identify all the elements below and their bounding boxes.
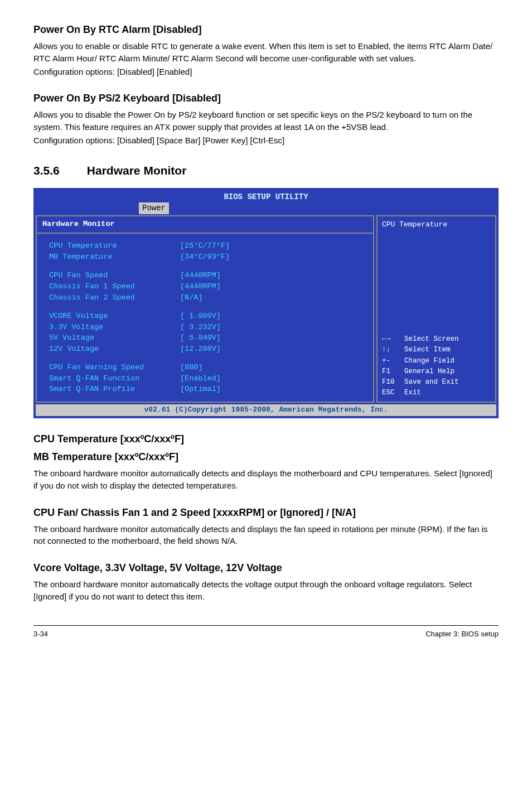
bios-left-panel: Hardware Monitor CPU Temperature[25°C/77… — [36, 215, 374, 403]
para-temp: The onboard hardware monitor automatical… — [33, 467, 499, 492]
bios-setting-value: [ 3.232V] — [180, 322, 221, 333]
heading-mbtemp: MB Temperature [xxxºC/xxxºF] — [33, 450, 499, 464]
bios-help-key: +- — [382, 356, 404, 366]
bios-help-row: Select Screen — [382, 334, 491, 344]
bios-setting-row[interactable]: VCORE Voltage[ 1.080V] — [49, 311, 367, 322]
para-fan: The onboard hardware monitor automatical… — [33, 523, 499, 548]
bios-help-key: F1 — [382, 366, 404, 376]
bios-setting-label: 3.3V Voltage — [49, 322, 180, 333]
bios-setting-label: Smart Q-FAN Function — [49, 373, 180, 384]
bios-setting-label: 12V Voltage — [49, 344, 180, 355]
bios-tab-power[interactable]: Power — [139, 202, 169, 214]
bios-setting-value: [25°C/77°F] — [180, 240, 230, 252]
bios-help-row: Select Item — [382, 345, 491, 355]
bios-setting-label: VCORE Voltage — [49, 311, 180, 322]
page-footer: 3-34 Chapter 3: BIOS setup — [33, 625, 499, 640]
bios-window: BIOS SETUP UTILITY Power Hardware Monito… — [33, 188, 499, 418]
bios-help-key: ESC — [382, 388, 404, 398]
bios-help-row: ESCExit — [382, 388, 491, 398]
heading-text: Hardware Monitor — [87, 164, 187, 177]
bios-help-text: Select Screen — [404, 334, 459, 344]
bios-setting-value: [Enabled] — [180, 373, 221, 384]
bios-tab-row: Power — [36, 202, 496, 215]
para-voltage: The onboard hardware monitor automatical… — [33, 578, 499, 603]
heading-ps2: Power On By PS/2 Keyboard [Disabled] — [33, 91, 499, 105]
bios-help-text: General Help — [404, 366, 454, 376]
bios-setting-value: [34°C/93°F] — [180, 252, 230, 263]
heading-356: 3.5.6 Hardware Monitor — [33, 162, 499, 179]
bios-help-key: F10 — [382, 377, 404, 387]
bios-setting-value: [ 1.080V] — [180, 311, 221, 322]
bios-setting-label: MB Temperature — [49, 252, 180, 263]
bios-title: BIOS SETUP UTILITY — [36, 190, 496, 202]
bios-setting-label: CPU Fan Speed — [49, 270, 180, 281]
bios-setting-value: [N/A] — [180, 292, 203, 303]
bios-setting-row[interactable]: Chassis Fan 2 Speed[N/A] — [49, 292, 367, 303]
bios-footer: v02.61 (C)Copyright 1985-2008, American … — [36, 404, 496, 416]
bios-help-text: Exit — [404, 388, 421, 398]
bios-setting-label: CPU Temperature — [49, 240, 180, 252]
bios-right-panel: CPU Temperature Select ScreenSelect Item… — [376, 215, 496, 403]
bios-setting-row[interactable]: CPU Temperature[25°C/77°F] — [49, 240, 367, 252]
bios-setting-row[interactable]: Smart Q-FAN Function[Enabled] — [49, 373, 367, 384]
page-number: 3-34 — [33, 629, 48, 640]
bios-setting-row[interactable]: 3.3V Voltage[ 3.232V] — [49, 322, 367, 333]
bios-setting-row[interactable]: 5V Voltage[ 5.040V] — [49, 332, 367, 344]
page-chapter: Chapter 3: BIOS setup — [425, 629, 499, 640]
bios-help-row: F10Save and Exit — [382, 377, 491, 387]
bios-setting-value: [ 5.040V] — [180, 332, 221, 344]
bios-setting-value: [12.208V] — [180, 344, 221, 355]
bios-setting-label: Chassis Fan 2 Speed — [49, 292, 180, 303]
bios-help-key — [382, 334, 404, 344]
bios-panel-head: Hardware Monitor — [37, 216, 373, 234]
bios-help-text: Save and Exit — [404, 377, 459, 387]
para-ps2-2: Configuration options: [Disabled] [Space… — [33, 134, 499, 147]
bios-help-text: Select Item — [404, 345, 451, 355]
bios-right-desc: CPU Temperature — [382, 220, 491, 335]
bios-setting-value: [4440RPM] — [180, 281, 221, 292]
bios-help-row: +-Change Field — [382, 356, 491, 366]
heading-cputemp: CPU Temperature [xxxºC/xxxºF] — [33, 432, 499, 446]
bios-setting-value: [Optimal] — [180, 384, 221, 395]
heading-voltage: Vcore Voltage, 3.3V Voltage, 5V Voltage,… — [33, 561, 499, 575]
bios-setting-row[interactable]: Smart Q-FAN Profile[Optimal] — [49, 384, 367, 395]
bios-setting-value: [4440RPM] — [180, 270, 221, 281]
bios-setting-label: CPU Fan Warning Speed — [49, 362, 180, 373]
heading-number: 3.5.6 — [33, 162, 84, 179]
bios-setting-row[interactable]: Chassis Fan 1 Speed[4440RPM] — [49, 281, 367, 292]
bios-setting-row[interactable]: 12V Voltage[12.208V] — [49, 344, 367, 355]
bios-setting-value: [800] — [180, 362, 203, 373]
bios-setting-label: 5V Voltage — [49, 332, 180, 344]
bios-help-row: F1General Help — [382, 366, 491, 376]
bios-setting-row[interactable]: CPU Fan Warning Speed[800] — [49, 362, 367, 373]
bios-setting-label: Chassis Fan 1 Speed — [49, 281, 180, 292]
bios-help-text: Change Field — [404, 356, 454, 366]
para-rtc-1: Allows you to enable or disable RTC to g… — [33, 40, 499, 65]
para-rtc-2: Configuration options: [Disabled] [Enabl… — [33, 66, 499, 78]
bios-help-key — [382, 345, 404, 355]
bios-setting-row[interactable]: MB Temperature[34°C/93°F] — [49, 252, 367, 263]
para-ps2-1: Allows you to disable the Power On by PS… — [33, 109, 499, 133]
heading-fan: CPU Fan/ Chassis Fan 1 and 2 Speed [xxxx… — [33, 505, 499, 520]
heading-rtc: Power On By RTC Alarm [Disabled] — [33, 22, 499, 37]
bios-setting-row[interactable]: CPU Fan Speed[4440RPM] — [49, 270, 367, 281]
bios-setting-label: Smart Q-FAN Profile — [49, 384, 180, 395]
